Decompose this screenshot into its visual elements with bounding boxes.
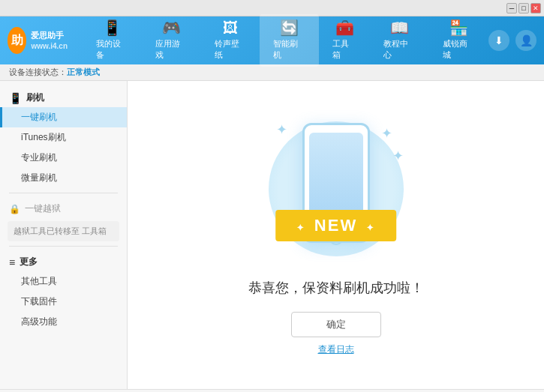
minimize-btn[interactable]: ─: [506, 3, 517, 13]
success-illustration: ✦ ✦ ✦ NEW: [261, 114, 411, 264]
device-status-bar: 设备连接状态： 正常模式: [0, 64, 544, 81]
success-message: 恭喜您，保资料刷机成功啦！: [248, 279, 424, 297]
view-log-link[interactable]: 查看日志: [318, 343, 354, 356]
sidebar-item-other-tools[interactable]: 其他工具: [0, 271, 127, 292]
close-btn[interactable]: ✕: [530, 3, 541, 13]
bottom-area: ✓ 自动断连 ✓ 跳过向导 📱 iPhone 12 mini 64GB Down…: [0, 389, 544, 392]
sidebar-divider-1: [9, 193, 118, 193]
nav-my-device[interactable]: 📱 我的设备: [83, 14, 142, 67]
store-icon: 🏪: [449, 20, 468, 35]
nav-bar: 📱 我的设备 🎮 应用游戏 🖼 铃声壁纸 🔄 智能刷机 🧰 工具箱 📖 教程中心…: [83, 14, 488, 67]
sidebar-item-one-key-flash[interactable]: 一键刷机: [0, 107, 127, 127]
more-section-icon: ≡: [9, 256, 15, 268]
nav-tutorial[interactable]: 📖 教程中心: [370, 14, 429, 67]
phone-screen: [309, 133, 363, 223]
nav-smart-flash[interactable]: 🔄 智能刷机: [260, 14, 319, 67]
sidebar-item-pro-flash[interactable]: 专业刷机: [0, 148, 127, 168]
sidebar-locked-section: 🔒 一键越狱: [0, 198, 127, 218]
sparkle-3: ✦: [392, 148, 404, 164]
nav-right-actions: ⬇ 👤: [488, 30, 536, 51]
nav-toolbox[interactable]: 🧰 工具箱: [319, 14, 370, 67]
toolbox-icon: 🧰: [335, 20, 354, 35]
confirm-button[interactable]: 确定: [291, 312, 381, 337]
tutorial-icon: 📖: [390, 20, 409, 35]
sidebar-section-more: ≡ 更多: [0, 251, 127, 271]
new-ribbon: NEW: [275, 210, 397, 241]
sidebar: 📱 刷机 一键刷机 iTunes刷机 专业刷机 微量刷机 🔒 一键越狱 越狱工具…: [0, 81, 128, 389]
ringtone-icon: 🖼: [223, 20, 238, 35]
device-icon: 📱: [103, 20, 122, 35]
download-btn[interactable]: ⬇: [488, 30, 509, 51]
sidebar-item-itunes-flash[interactable]: iTunes刷机: [0, 127, 127, 148]
user-btn[interactable]: 👤: [515, 30, 536, 51]
lock-icon: 🔒: [9, 204, 20, 214]
sparkle-1: ✦: [276, 121, 287, 138]
window-controls[interactable]: ─ □ ✕: [506, 3, 541, 13]
flash-section-icon: 📱: [9, 92, 22, 104]
sidebar-item-download-firmware[interactable]: 下载固件: [0, 292, 127, 312]
nav-ringtone[interactable]: 🖼 铃声壁纸: [201, 14, 260, 67]
main-content: ✦ ✦ ✦ NEW 恭喜您，保资料刷机成功啦！ 确定 查看日志: [128, 81, 544, 389]
nav-apps-games[interactable]: 🎮 应用游戏: [142, 14, 201, 67]
logo-icon: 助: [8, 27, 26, 54]
sidebar-divider-2: [9, 246, 118, 247]
logo: 助 爱思助手 www.i4.cn: [8, 27, 68, 54]
maximize-btn[interactable]: □: [518, 3, 529, 13]
header: 助 爱思助手 www.i4.cn 📱 我的设备 🎮 应用游戏 🖼 铃声壁纸 🔄 …: [0, 16, 544, 64]
apps-icon: 🎮: [162, 20, 181, 35]
flash-icon: 🔄: [280, 20, 299, 35]
sidebar-item-advanced[interactable]: 高级功能: [0, 312, 127, 332]
sparkle-2: ✦: [381, 125, 392, 142]
logo-text: 爱思助手 www.i4.cn: [31, 30, 68, 50]
sidebar-item-micro-flash[interactable]: 微量刷机: [0, 168, 127, 188]
sidebar-note: 越狱工具已转移至 工具箱: [8, 221, 119, 241]
sidebar-section-flash: 📱 刷机: [0, 87, 127, 107]
main-layout: 📱 刷机 一键刷机 iTunes刷机 专业刷机 微量刷机 🔒 一键越狱 越狱工具…: [0, 81, 544, 389]
nav-weitui[interactable]: 🏪 威锐商城: [429, 14, 488, 67]
